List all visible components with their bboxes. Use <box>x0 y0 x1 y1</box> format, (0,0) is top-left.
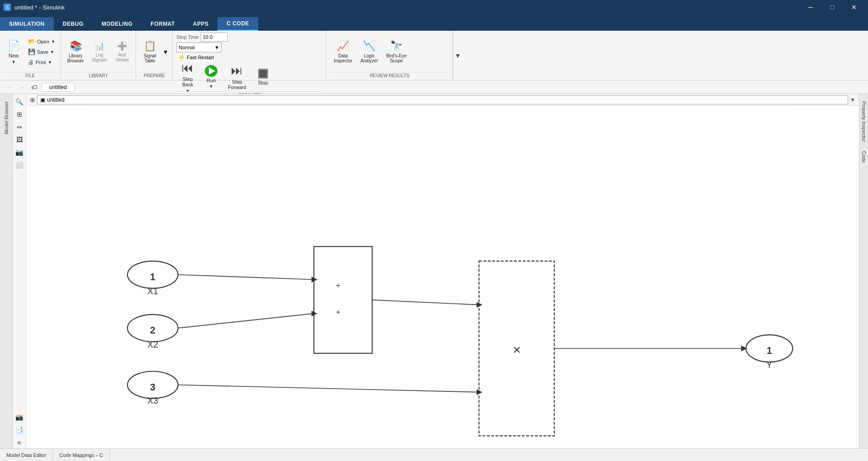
collapse-button[interactable]: « <box>14 437 25 448</box>
ribbon-group-library: 📚 Library Browser 📊 Log Signals ➕ Add Vi… <box>61 31 137 80</box>
tab-apps[interactable]: APPS <box>184 17 218 31</box>
logic-analyzer-button[interactable]: 📉 Logic Analyzer <box>357 36 382 68</box>
home-icon[interactable]: ⊕ <box>30 96 35 103</box>
print-button[interactable]: 🖨 Print ▼ <box>25 57 58 67</box>
sum-plus1: + <box>336 281 340 290</box>
stop-time-row: Stop Time <box>176 33 322 42</box>
library-group-content: 📚 Library Browser 📊 Log Signals ➕ Add Vi… <box>64 33 133 71</box>
run-button[interactable]: Run ▼ <box>200 63 222 90</box>
run-chevron: ▼ <box>209 84 213 89</box>
run-triangle <box>209 67 215 75</box>
screenshot-button[interactable]: 📷 <box>14 146 25 158</box>
tab-format[interactable]: FORMAT <box>142 17 184 31</box>
minimize-button[interactable]: ─ <box>800 0 821 14</box>
image-button[interactable]: 🖼 <box>14 134 25 146</box>
report-button[interactable]: 📑 <box>14 424 25 436</box>
model-tab[interactable]: untitled <box>42 83 75 92</box>
redo-button[interactable]: → <box>16 82 27 93</box>
step-forward-label: Step Forward <box>228 79 246 90</box>
logic-analyzer-icon: 📉 <box>363 40 375 52</box>
ribbon-more-button[interactable]: ▼ <box>453 31 462 80</box>
x1-value: 1 <box>150 272 156 282</box>
ribbon-group-review: 📈 Data Inspector 📉 Logic Analyzer 🔭 Bird… <box>326 31 453 80</box>
property-inspector-tab[interactable]: Property Inspector <box>860 98 868 146</box>
save-button[interactable]: 💾 Save ▼ <box>25 47 58 57</box>
left-iconbar: 🔍 ⊞ ⇔ 🖼 📷 ⬜ 📸 📑 « <box>13 94 26 448</box>
prepare-dropdown-button[interactable]: ▼ <box>161 36 170 68</box>
tab-bar: SIMULATION DEBUG MODELING FORMAT APPS C … <box>0 14 868 31</box>
main-area: Model Browser 🔍 ⊞ ⇔ 🖼 📷 ⬜ 📸 📑 « ⊕ ▣ unti… <box>0 94 868 448</box>
library-browser-icon: 📚 <box>70 40 82 52</box>
diagram-svg: 1 X1 2 X2 3 X3 + + × 1 Y <box>26 106 859 448</box>
zoom-in-button[interactable]: 🔍 <box>14 96 25 108</box>
normal-dropdown[interactable]: Normal ▼ <box>176 42 222 52</box>
code-mappings-tab[interactable]: Code Mappings – C <box>53 449 110 461</box>
ribbon-group-simulate: Stop Time Normal ▼ ⚡ Fast Restart ⏮ Step… <box>173 31 326 80</box>
model-browser-label[interactable]: Model Browser <box>2 98 11 138</box>
tab-ccode[interactable]: C CODE <box>217 17 258 31</box>
stop-label: Stop <box>258 80 268 85</box>
library-group-label: LIBRARY <box>64 72 133 78</box>
library-browser-button[interactable]: 📚 Library Browser <box>64 36 88 68</box>
diagram[interactable]: 1 X1 2 X2 3 X3 + + × 1 Y <box>26 106 859 448</box>
arrow-tool-button[interactable]: ⇔ <box>14 121 25 133</box>
right-sidebar: Property Inspector Code <box>859 94 868 448</box>
simulate-btns: ⏮ Step Back ▼ Run ▼ ⏭ Step Forward <box>176 63 322 90</box>
stop-time-input[interactable] <box>201 33 228 42</box>
ribbon: 📄 New ▼ 📂 Open ▼ 💾 Save ▼ 🖨 Print <box>0 31 868 80</box>
svg-rect-0 <box>90 106 794 448</box>
product-times: × <box>513 342 521 357</box>
stop-time-label: Stop Time <box>176 34 199 40</box>
signal-table-button[interactable]: 📋 Signal Table <box>139 36 160 68</box>
step-forward-button[interactable]: ⏭ Step Forward <box>223 63 250 90</box>
data-inspector-label: Data Inspector <box>334 53 352 63</box>
model-browser-tab[interactable]: Model Browser <box>0 94 13 448</box>
birds-eye-icon: 🔭 <box>390 40 402 52</box>
tag-button[interactable]: 🏷 <box>29 82 40 93</box>
prepare-group-label: PREPARE <box>139 72 170 78</box>
model-data-editor-tab[interactable]: Model Data Editor <box>0 449 53 461</box>
data-inspector-icon: 📈 <box>337 40 349 52</box>
birds-eye-scope-button[interactable]: 🔭 Bird's-Eye Scope <box>382 36 410 68</box>
log-signals-button[interactable]: 📊 Log Signals <box>89 36 111 68</box>
x2-value: 2 <box>150 325 156 336</box>
stop-button[interactable]: Stop <box>252 63 274 90</box>
box-button[interactable]: ⬜ <box>14 159 25 171</box>
step-back-label: Step Back <box>182 76 193 87</box>
library-browser-label: Library Browser <box>67 53 84 63</box>
file-group-content: 📄 New ▼ 📂 Open ▼ 💾 Save ▼ 🖨 Print <box>3 33 58 71</box>
fast-restart-button[interactable]: ⚡ Fast Restart <box>176 53 322 61</box>
model-icon: ▣ <box>40 97 45 103</box>
window-title: untitled * - Simulink <box>14 4 65 11</box>
y-label: Y <box>766 360 772 370</box>
address-box: ▣ untitled <box>37 95 848 104</box>
model-path: untitled <box>47 97 65 103</box>
x3-value: 3 <box>150 382 156 393</box>
tab-modeling[interactable]: MODELING <box>93 17 142 31</box>
code-tab[interactable]: Code <box>860 147 868 166</box>
address-bar: ⊕ ▣ untitled ▼ <box>26 94 859 106</box>
tab-simulation[interactable]: SIMULATION <box>0 17 54 31</box>
camera-button[interactable]: 📸 <box>14 411 25 423</box>
review-btns: 📈 Data Inspector 📉 Logic Analyzer 🔭 Bird… <box>330 33 449 71</box>
logic-analyzer-label: Logic Analyzer <box>360 53 378 63</box>
step-back-button[interactable]: ⏮ Step Back ▼ <box>176 63 199 90</box>
add-viewer-button[interactable]: ➕ Add Viewer <box>111 36 133 68</box>
open-button[interactable]: 📂 Open ▼ <box>25 37 58 47</box>
fit-view-button[interactable]: ⊞ <box>14 108 25 120</box>
new-button[interactable]: 📄 New ▼ <box>3 36 24 68</box>
undo-button[interactable]: ← <box>4 82 14 93</box>
canvas-area: ⊕ ▣ untitled ▼ 1 X1 <box>26 94 859 448</box>
data-inspector-button[interactable]: 📈 Data Inspector <box>330 36 356 68</box>
normal-label: Normal <box>179 45 194 50</box>
fast-restart-label: Fast Restart <box>187 55 214 60</box>
stop-icon <box>258 69 268 79</box>
bottom-panel: Model Data Editor Code Mappings – C <box>0 448 868 461</box>
close-button[interactable]: ✕ <box>844 0 864 14</box>
tab-debug[interactable]: DEBUG <box>54 17 93 31</box>
add-viewer-icon: ➕ <box>117 41 127 51</box>
print-icon: 🖨 <box>28 59 34 66</box>
address-dropdown[interactable]: ▼ <box>850 97 855 103</box>
review-group-label: REVIEW RESULTS <box>330 72 449 78</box>
maximize-button[interactable]: □ <box>822 0 843 14</box>
